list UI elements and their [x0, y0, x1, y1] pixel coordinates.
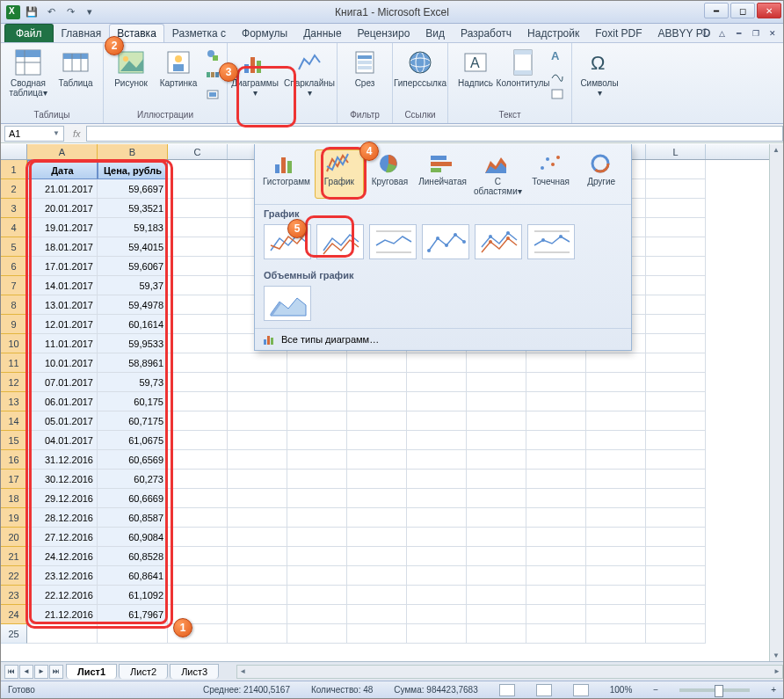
cell-F24[interactable] [347, 605, 407, 624]
cell-K13[interactable] [586, 392, 646, 411]
cell-E13[interactable] [287, 392, 347, 411]
screenshot-icon[interactable] [204, 85, 221, 103]
undo-icon[interactable]: ↶ [43, 4, 59, 20]
cell-A4[interactable]: 19.01.2017 [27, 218, 98, 237]
cell-H21[interactable] [467, 547, 526, 566]
cell-L19[interactable] [646, 508, 706, 528]
cell-B6[interactable]: 59,6067 [98, 257, 168, 276]
view-layout-button[interactable] [536, 684, 552, 696]
cell-C10[interactable] [168, 334, 228, 353]
cell-B25[interactable] [98, 624, 168, 644]
cell-L7[interactable] [646, 276, 706, 295]
line-chart-pct-stacked[interactable] [369, 224, 417, 259]
row-header-19[interactable]: 19 [1, 508, 27, 528]
cell-H11[interactable] [467, 353, 526, 373]
cell-E22[interactable] [287, 566, 347, 586]
cell-J24[interactable] [526, 605, 586, 624]
cell-L8[interactable] [646, 295, 706, 315]
cell-L20[interactable] [646, 528, 706, 547]
cell-B18[interactable]: 60,6669 [98, 489, 168, 508]
row-header-3[interactable]: 3 [1, 199, 27, 218]
cell-G21[interactable] [407, 547, 467, 566]
cell-L23[interactable] [646, 586, 706, 605]
cell-F22[interactable] [347, 566, 407, 586]
minimize-button[interactable]: ━ [704, 3, 729, 18]
cell-L9[interactable] [646, 315, 706, 334]
cell-J19[interactable] [526, 508, 586, 528]
cell-G15[interactable] [407, 431, 467, 450]
col-header-C[interactable]: C [168, 144, 228, 159]
cell-D23[interactable] [228, 586, 287, 605]
cell-A16[interactable]: 31.12.2016 [27, 450, 98, 470]
cell-H25[interactable] [467, 624, 526, 644]
cell-C14[interactable] [168, 411, 228, 431]
row-header-1[interactable]: 1 [1, 160, 27, 179]
cell-C15[interactable] [168, 431, 228, 450]
first-sheet-button[interactable]: ⏮ [4, 665, 18, 679]
cell-C21[interactable] [168, 547, 228, 566]
row-header-22[interactable]: 22 [1, 566, 27, 586]
cell-L12[interactable] [646, 373, 706, 392]
cell-D21[interactable] [228, 547, 287, 566]
view-pagebreak-button[interactable] [573, 684, 589, 696]
object-icon[interactable] [548, 85, 566, 103]
save-icon[interactable]: 💾 [24, 4, 40, 20]
cell-E19[interactable] [287, 508, 347, 528]
cell-L6[interactable] [646, 257, 706, 276]
cell-B11[interactable]: 58,8961 [98, 353, 168, 373]
cell-B7[interactable]: 59,37 [98, 276, 168, 295]
cell-F14[interactable] [347, 411, 407, 431]
cell-A6[interactable]: 17.01.2017 [27, 257, 98, 276]
wb-restore-button[interactable]: ❐ [750, 27, 761, 39]
cell-H16[interactable] [467, 450, 526, 470]
cell-B24[interactable]: 61,7967 [98, 605, 168, 624]
cell-C22[interactable] [168, 566, 228, 586]
cell-L11[interactable] [646, 353, 706, 373]
cell-G24[interactable] [407, 605, 467, 624]
cell-K12[interactable] [586, 373, 646, 392]
cell-B20[interactable]: 60,9084 [98, 528, 168, 547]
row-header-4[interactable]: 4 [1, 218, 27, 237]
ribbon-tab-8[interactable]: Надстройк [519, 24, 587, 42]
cell-D14[interactable] [228, 411, 287, 431]
cell-L16[interactable] [646, 450, 706, 470]
zoom-out-button[interactable]: − [653, 685, 658, 695]
row-header-15[interactable]: 15 [1, 431, 27, 450]
cell-J15[interactable] [526, 431, 586, 450]
textbox-button[interactable]: A Надпись [454, 47, 497, 90]
cell-J20[interactable] [526, 528, 586, 547]
row-header-24[interactable]: 24 [1, 605, 27, 624]
cell-H19[interactable] [467, 508, 526, 528]
cell-C19[interactable] [168, 508, 228, 528]
cell-A21[interactable]: 24.12.2016 [27, 547, 98, 566]
cell-L2[interactable] [646, 179, 706, 199]
cell-B22[interactable]: 60,8641 [98, 566, 168, 586]
cell-A2[interactable]: 21.01.2017 [27, 179, 98, 199]
cell-A13[interactable]: 06.01.2017 [27, 392, 98, 411]
cell-J18[interactable] [526, 489, 586, 508]
formula-input[interactable] [86, 126, 783, 142]
cell-A15[interactable]: 04.01.2017 [27, 431, 98, 450]
cell-A1[interactable]: Дата [27, 160, 98, 179]
ribbon-tab-3[interactable]: Формулы [234, 24, 295, 42]
slicer-button[interactable]: Срез [343, 47, 387, 90]
ribbon-tab-2[interactable]: Разметка с [164, 24, 234, 42]
cell-C3[interactable] [168, 199, 228, 218]
pivot-table-button[interactable]: Сводная таблица▾ [6, 47, 50, 99]
cell-H13[interactable] [467, 392, 526, 411]
sheet-tab-1[interactable]: Лист2 [119, 664, 168, 679]
cell-J11[interactable] [526, 353, 586, 373]
cell-A3[interactable]: 20.01.2017 [27, 199, 98, 218]
cell-J14[interactable] [526, 411, 586, 431]
cell-K22[interactable] [586, 566, 646, 586]
cell-G18[interactable] [407, 489, 467, 508]
line-chart-stacked-markers[interactable] [475, 224, 522, 259]
cell-F11[interactable] [347, 353, 407, 373]
cell-B8[interactable]: 59,4978 [98, 295, 168, 315]
cell-B23[interactable]: 61,1092 [98, 586, 168, 605]
headerfooter-button[interactable]: Колонтитулы [501, 47, 545, 90]
fx-icon[interactable]: fx [68, 128, 86, 139]
cell-L14[interactable] [646, 411, 706, 431]
cell-A12[interactable]: 07.01.2017 [27, 373, 98, 392]
cell-L4[interactable] [646, 218, 706, 237]
